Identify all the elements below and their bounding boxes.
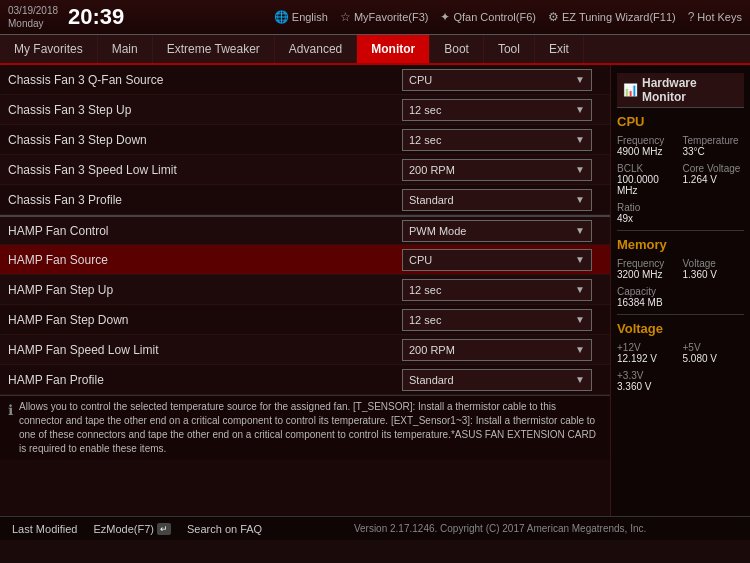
dropdown-hamp-profile[interactable]: Standard ▼ [402, 369, 592, 391]
nav-boot[interactable]: Boot [430, 35, 484, 63]
volt-12v: +12V 12.192 V [617, 342, 679, 364]
chevron-down-icon: ▼ [575, 194, 585, 205]
info-icon: ℹ [8, 402, 13, 418]
volt-5v: +5V 5.080 V [683, 342, 745, 364]
key-icon: ? [688, 10, 695, 24]
info-text: Allows you to control the selected tempe… [19, 400, 602, 456]
setting-control: 200 RPM ▼ [402, 339, 602, 361]
table-row: HAMP Fan Speed Low Limit 200 RPM ▼ [0, 335, 610, 365]
footer: Last Modified EzMode(F7) ↵ Search on FAQ… [0, 516, 750, 540]
header-tools: 🌐 English ☆ MyFavorite(F3) ✦ Qfan Contro… [274, 10, 742, 24]
chevron-down-icon: ▼ [575, 344, 585, 355]
globe-icon: 🌐 [274, 10, 289, 24]
setting-label: HAMP Fan Control [8, 224, 402, 238]
table-row: HAMP Fan Profile Standard ▼ [0, 365, 610, 395]
table-row: HAMP Fan Source CPU ▼ [0, 245, 610, 275]
nav-monitor[interactable]: Monitor [357, 35, 430, 63]
footer-buttons: Last Modified EzMode(F7) ↵ Search on FAQ [12, 523, 262, 535]
setting-control: 12 sec ▼ [402, 279, 602, 301]
table-row: HAMP Fan Step Up 12 sec ▼ [0, 275, 610, 305]
date-time: 03/19/2018 Monday 20:39 [8, 4, 124, 30]
table-row: HAMP Fan Step Down 12 sec ▼ [0, 305, 610, 335]
nav-exit[interactable]: Exit [535, 35, 584, 63]
cpu-bclk-volt: BCLK 100.0000 MHz Core Voltage 1.264 V [617, 163, 744, 196]
setting-control: 200 RPM ▼ [402, 159, 602, 181]
last-modified-btn[interactable]: Last Modified [12, 523, 77, 535]
chevron-down-icon: ▼ [575, 134, 585, 145]
setting-label: HAMP Fan Step Up [8, 283, 402, 297]
chevron-down-icon: ▼ [575, 164, 585, 175]
nav-tool[interactable]: Tool [484, 35, 535, 63]
dropdown-hamp-control[interactable]: PWM Mode ▼ [402, 220, 592, 242]
mem-freq: Frequency 3200 MHz [617, 258, 679, 280]
dropdown-hamp-stepdown[interactable]: 12 sec ▼ [402, 309, 592, 331]
nav-main[interactable]: Main [98, 35, 153, 63]
chevron-down-icon: ▼ [575, 374, 585, 385]
setting-control: 12 sec ▼ [402, 129, 602, 151]
setting-control: 12 sec ▼ [402, 99, 602, 121]
nav-my-favorites[interactable]: My Favorites [0, 35, 98, 63]
setting-label: Chassis Fan 3 Profile [8, 193, 402, 207]
table-row: Chassis Fan 3 Profile Standard ▼ [0, 185, 610, 215]
dropdown-chassis-fan3-profile[interactable]: Standard ▼ [402, 189, 592, 211]
cpu-temp-label: Temperature 33°C [683, 135, 745, 157]
dropdown-hamp-source[interactable]: CPU ▼ [402, 249, 592, 271]
chevron-down-icon: ▼ [575, 284, 585, 295]
chevron-down-icon: ▼ [575, 314, 585, 325]
chevron-down-icon: ▼ [575, 74, 585, 85]
setting-label: Chassis Fan 3 Step Up [8, 103, 402, 117]
mem-volt: Voltage 1.360 V [683, 258, 745, 280]
header: 03/19/2018 Monday 20:39 🌐 English ☆ MyFa… [0, 0, 750, 35]
qfan-btn[interactable]: ✦ Qfan Control(F6) [440, 10, 536, 24]
setting-label: HAMP Fan Speed Low Limit [8, 343, 402, 357]
setting-label: HAMP Fan Step Down [8, 313, 402, 327]
footer-version: Version 2.17.1246. Copyright (C) 2017 Am… [262, 523, 738, 534]
dropdown-chassis-fan3-stepdown[interactable]: 12 sec ▼ [402, 129, 592, 151]
ezmode-icon: ↵ [157, 523, 171, 535]
setting-label: Chassis Fan 3 Step Down [8, 133, 402, 147]
setting-control: PWM Mode ▼ [402, 220, 602, 242]
my-favorite-btn[interactable]: ☆ MyFavorite(F3) [340, 10, 429, 24]
main-layout: Chassis Fan 3 Q-Fan Source CPU ▼ Chassis… [0, 65, 750, 516]
hardware-monitor-sidebar: 📊 Hardware Monitor CPU Frequency 4900 MH… [610, 65, 750, 516]
table-row: Chassis Fan 3 Speed Low Limit 200 RPM ▼ [0, 155, 610, 185]
setting-label: Chassis Fan 3 Speed Low Limit [8, 163, 402, 177]
dropdown-chassis-fan3-lowlimit[interactable]: 200 RPM ▼ [402, 159, 592, 181]
chevron-down-icon: ▼ [575, 104, 585, 115]
ezmode-btn[interactable]: EzMode(F7) ↵ [93, 523, 171, 535]
star-icon: ☆ [340, 10, 351, 24]
date-display: 03/19/2018 Monday [8, 4, 58, 30]
mem-cap: Capacity 16384 MB [617, 286, 744, 308]
setting-control: Standard ▼ [402, 189, 602, 211]
dropdown-chassis-fan3-stepup[interactable]: 12 sec ▼ [402, 99, 592, 121]
navbar: My Favorites Main Extreme Tweaker Advanc… [0, 35, 750, 65]
search-faq-btn[interactable]: Search on FAQ [187, 523, 262, 535]
nav-extreme-tweaker[interactable]: Extreme Tweaker [153, 35, 275, 63]
setting-control: Standard ▼ [402, 369, 602, 391]
setting-control: 12 sec ▼ [402, 309, 602, 331]
dropdown-hamp-lowlimit[interactable]: 200 RPM ▼ [402, 339, 592, 361]
dropdown-hamp-stepup[interactable]: 12 sec ▼ [402, 279, 592, 301]
cpu-corevolt: Core Voltage 1.264 V [683, 163, 745, 196]
content-area: Chassis Fan 3 Q-Fan Source CPU ▼ Chassis… [0, 65, 610, 516]
language-selector[interactable]: 🌐 English [274, 10, 328, 24]
table-row: Chassis Fan 3 Step Down 12 sec ▼ [0, 125, 610, 155]
hotkeys-btn[interactable]: ? Hot Keys [688, 10, 742, 24]
setting-label: HAMP Fan Profile [8, 373, 402, 387]
setting-control: CPU ▼ [402, 249, 602, 271]
chevron-down-icon: ▼ [575, 225, 585, 236]
setting-control: CPU ▼ [402, 69, 602, 91]
eztuning-btn[interactable]: ⚙ EZ Tuning Wizard(F11) [548, 10, 676, 24]
monitor-icon: 📊 [623, 83, 638, 97]
cpu-ratio: Ratio 49x [617, 202, 744, 224]
settings-table: Chassis Fan 3 Q-Fan Source CPU ▼ Chassis… [0, 65, 610, 395]
cpu-section-title: CPU [617, 114, 744, 129]
volt-12-5: +12V 12.192 V +5V 5.080 V [617, 342, 744, 364]
nav-advanced[interactable]: Advanced [275, 35, 357, 63]
mem-freq-volt: Frequency 3200 MHz Voltage 1.360 V [617, 258, 744, 280]
volt-section-title: Voltage [617, 321, 744, 336]
table-row: HAMP Fan Control PWM Mode ▼ [0, 215, 610, 245]
info-bar: ℹ Allows you to control the selected tem… [0, 395, 610, 460]
table-row: Chassis Fan 3 Step Up 12 sec ▼ [0, 95, 610, 125]
dropdown-chassis-fan3-source[interactable]: CPU ▼ [402, 69, 592, 91]
